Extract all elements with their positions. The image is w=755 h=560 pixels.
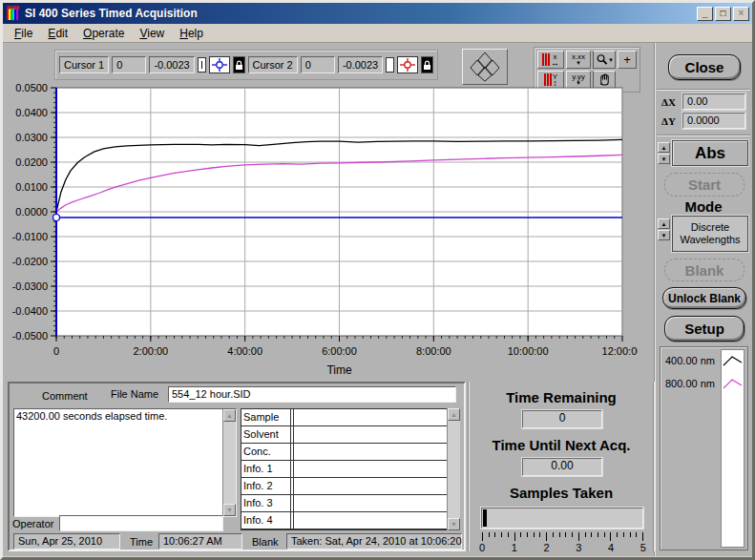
menu-edit[interactable]: Edit [40, 25, 75, 42]
scroll-up-icon[interactable]: ▲ [223, 409, 236, 422]
solvent-value[interactable] [293, 426, 459, 443]
magnifier-icon [596, 53, 608, 66]
operator-input[interactable] [59, 515, 223, 531]
acquisition-status-panel: Time Remaining 0 Time Until Next Acq. 0.… [468, 382, 655, 551]
time-label: Time [130, 536, 153, 548]
x-tick-label: 4:00:00 [227, 345, 262, 357]
comment-label: Comment [42, 390, 88, 402]
menu-help[interactable]: Help [172, 25, 211, 42]
y-tick-label: 0.0000 [15, 206, 48, 218]
table-row: Conc. [241, 444, 459, 461]
scroll-down-icon[interactable]: ▼ [448, 518, 460, 530]
setup-button[interactable]: Setup [664, 316, 745, 342]
mode-label: Mode [655, 198, 752, 215]
crosshair-tool-button[interactable]: + [618, 51, 637, 69]
table-row: Info. 2 [241, 478, 459, 495]
cursor-mover-icon[interactable] [462, 49, 508, 85]
minimize-button[interactable]: _ [697, 7, 713, 21]
abs-mode-display[interactable]: Abs [672, 140, 748, 166]
legend-line-400nm [723, 353, 744, 368]
close-button[interactable]: Close [668, 54, 741, 80]
window-title: SI 400 Series Timed Acquisition [25, 7, 697, 20]
divider [657, 135, 750, 136]
table-row: Info. 3 [241, 495, 459, 512]
wavelength-legend: 400.00 nm 800.00 nm [660, 346, 748, 550]
spin-down-icon[interactable]: ▼ [658, 230, 670, 240]
samples-taken-bar [481, 508, 643, 529]
x-axis-title: Time [326, 363, 352, 377]
table-row: Solvent [241, 426, 459, 444]
blank-button[interactable]: Blank [664, 259, 745, 281]
delta-x-value[interactable]: 0.00 [682, 93, 745, 110]
info3-value[interactable] [293, 495, 459, 511]
sample-value[interactable] [293, 409, 459, 425]
info1-value[interactable] [293, 461, 459, 477]
next-acq-label: Time Until Next Acq. [469, 437, 654, 453]
file-name-input[interactable]: 554_12 hour.SID [168, 386, 456, 403]
cursor1-lock-icon[interactable] [233, 56, 245, 73]
spin-up-icon[interactable]: ▲ [658, 218, 670, 229]
delta-x-label: ΔX [661, 96, 676, 108]
y-tick-label: 0.0100 [15, 181, 48, 193]
info2-value[interactable] [293, 478, 459, 494]
divider [657, 89, 750, 91]
delta-y-label: ΔY [661, 115, 676, 127]
samples-scale-ticks [482, 532, 643, 541]
file-name-label: File Name [111, 388, 158, 400]
zoom-tool-button[interactable]: ▾ [593, 51, 616, 69]
cursor1-crosshair-icon[interactable] [209, 56, 230, 73]
cursor2-lock-icon[interactable] [421, 56, 433, 73]
comment-box[interactable]: 43200.00 seconds elapsed time. ▲ ▼ [13, 408, 237, 517]
y-tick-label: 0.0300 [15, 132, 48, 143]
delta-y-value[interactable]: 0.0000 [682, 113, 745, 129]
close-window-button[interactable]: × [733, 7, 749, 21]
cursor1-y-value[interactable]: -0.0023 [149, 56, 194, 73]
scroll-down-icon[interactable]: ▼ [223, 504, 236, 516]
cursor2-y-value[interactable]: -0.0023 [338, 56, 383, 73]
comment-text: 43200.00 seconds elapsed time. [16, 410, 220, 422]
maximize-button[interactable]: □ [715, 7, 731, 21]
y-tick-label: -0.0500 [12, 330, 48, 342]
table-row: Info. 1 [241, 461, 459, 478]
x-tick-label: 8:00:00 [416, 345, 451, 357]
legend-item-400nm[interactable]: 400.00 nm [665, 355, 715, 366]
main-panel: Cursor 1 0 -0.0023 Cursor 2 [3, 43, 752, 556]
x-format-button[interactable]: x.xx▾ [566, 51, 591, 69]
cursor2-x-value[interactable]: 0 [301, 56, 335, 73]
sample-info-table: Sample Solvent Conc. Info. 1 Info. 2 Inf… [241, 408, 460, 530]
start-button[interactable]: Start [664, 173, 745, 197]
abs-mode-spinner[interactable]: ▲ ▼ [658, 142, 670, 164]
x-tick-label: 12:00:00 [602, 345, 638, 357]
cursor1-name: Cursor 1 [59, 56, 109, 73]
mode-value[interactable]: Discrete Wavelengths [672, 216, 748, 252]
time-display: 10:06:27 AM [158, 533, 242, 550]
y-tick-label: -0.0400 [12, 305, 48, 317]
dropdown-icon: ▾ [609, 57, 613, 62]
unlock-blank-button[interactable]: Unlock Blank [662, 287, 746, 309]
chart-canvas[interactable]: 0.05000.04000.03000.02000.01000.0000-0.0… [8, 81, 638, 384]
spin-down-icon[interactable]: ▼ [658, 154, 670, 164]
conc-value[interactable] [293, 444, 459, 460]
x-autoscale-button[interactable]: x↔ [537, 51, 564, 69]
info4-value[interactable] [293, 512, 459, 529]
cursor2-color-swatch[interactable] [386, 57, 394, 73]
next-acq-value: 0.00 [522, 458, 602, 476]
time-remaining-value: 0 [522, 410, 602, 428]
x-autoscale-icon [542, 53, 550, 66]
spin-up-icon[interactable]: ▲ [658, 142, 670, 153]
title-bar[interactable]: SI400 SI 400 Series Timed Acquisition _ … [3, 3, 752, 24]
menu-file[interactable]: File [7, 25, 40, 42]
comment-scrollbar[interactable]: ▲ ▼ [222, 409, 236, 516]
scroll-up-icon[interactable]: ▲ [448, 408, 460, 421]
table-scrollbar[interactable]: ▲ ▼ [447, 408, 460, 530]
legend-item-800nm[interactable]: 800.00 nm [665, 378, 715, 389]
menu-operate[interactable]: Operate [75, 25, 132, 42]
y-tick-label: 0.0400 [15, 107, 48, 118]
timed-acquisition-chart: 0.05000.04000.03000.02000.01000.0000-0.0… [8, 81, 638, 384]
cursor2-crosshair-icon[interactable] [397, 56, 418, 73]
cursor-legend-panel: Cursor 1 0 -0.0023 Cursor 2 [54, 50, 438, 80]
cursor1-x-value[interactable]: 0 [112, 56, 146, 73]
mode-spinner[interactable]: ▲ ▼ [658, 218, 670, 240]
menu-view[interactable]: View [132, 25, 172, 42]
cursor1-color-swatch[interactable] [198, 57, 206, 73]
